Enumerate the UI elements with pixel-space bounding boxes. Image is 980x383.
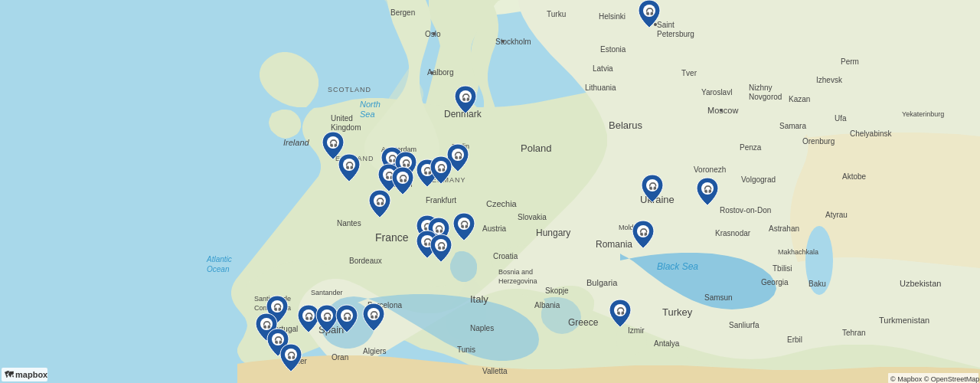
map-container: Ireland SCOTLAND United Kingdom ENGLAND … (0, 0, 980, 383)
svg-text:Sanliurfa: Sanliurfa (729, 321, 760, 329)
svg-text:🎧: 🎧 (639, 228, 648, 237)
svg-text:Astrahan: Astrahan (769, 224, 799, 233)
svg-text:Izmir: Izmir (628, 326, 645, 335)
svg-text:🎧: 🎧 (460, 220, 469, 229)
map-svg: Ireland SCOTLAND United Kingdom ENGLAND … (0, 0, 980, 383)
svg-text:Uzbekistan: Uzbekistan (900, 279, 941, 288)
svg-text:Turkey: Turkey (662, 306, 693, 318)
svg-text:Estonia: Estonia (600, 45, 626, 54)
svg-text:🎧: 🎧 (399, 174, 408, 183)
svg-text:Greece: Greece (568, 317, 599, 328)
svg-text:Tbilisi: Tbilisi (773, 264, 792, 273)
svg-text:🎧: 🎧 (287, 351, 296, 360)
svg-text:🎧: 🎧 (437, 241, 446, 250)
svg-text:Oran: Oran (332, 353, 348, 362)
svg-text:Atyrau: Atyrau (825, 211, 848, 219)
svg-point-11 (433, 32, 436, 35)
svg-text:Volgograd: Volgograd (741, 175, 776, 184)
svg-text:🎧: 🎧 (616, 306, 626, 316)
svg-text:Moscow: Moscow (707, 106, 738, 115)
svg-text:Romania: Romania (596, 239, 632, 250)
svg-text:Ocean: Ocean (207, 265, 230, 273)
svg-text:Krasnodar: Krasnodar (715, 229, 751, 237)
svg-text:Bulgaria: Bulgaria (586, 278, 618, 287)
svg-text:Naples: Naples (470, 324, 494, 332)
svg-text:Lithuania: Lithuania (585, 83, 616, 92)
svg-text:🎧: 🎧 (329, 139, 338, 148)
svg-text:Black Sea: Black Sea (657, 261, 698, 272)
svg-text:Novgorod: Novgorod (749, 93, 782, 101)
svg-text:Tunis: Tunis (457, 345, 475, 354)
svg-text:🎧: 🎧 (263, 320, 272, 329)
svg-text:🎧: 🎧 (323, 312, 332, 321)
svg-point-23 (430, 71, 433, 74)
svg-text:Makhachkala: Makhachkala (778, 248, 818, 256)
svg-text:Slovakia: Slovakia (518, 213, 547, 221)
svg-text:Aktobe: Aktobe (842, 172, 867, 181)
svg-text:Frankfurt: Frankfurt (426, 196, 456, 205)
svg-text:Skopje: Skopje (545, 286, 569, 295)
svg-text:Hungary: Hungary (536, 228, 570, 238)
svg-text:🎧: 🎧 (345, 161, 354, 170)
svg-text:Latvia: Latvia (593, 64, 613, 73)
svg-text:Saint: Saint (657, 21, 675, 29)
svg-text:North: North (360, 100, 381, 109)
svg-text:Penza: Penza (740, 143, 762, 152)
svg-text:Sea: Sea (360, 110, 375, 119)
svg-text:Samsun: Samsun (704, 293, 733, 302)
svg-text:United: United (331, 114, 353, 123)
svg-text:🎧: 🎧 (343, 312, 352, 321)
svg-text:Tehran: Tehran (842, 329, 866, 337)
svg-text:SCOTLAND: SCOTLAND (328, 86, 371, 93)
svg-text:Helsinki: Helsinki (599, 12, 626, 21)
svg-text:🎧: 🎧 (305, 312, 314, 321)
svg-text:Algiers: Algiers (363, 347, 387, 355)
svg-text:Nantes: Nantes (337, 219, 361, 228)
svg-text:Nizhny: Nizhny (749, 83, 773, 92)
svg-text:Georgia: Georgia (761, 278, 789, 286)
svg-text:Perm: Perm (841, 57, 859, 66)
svg-text:🎧: 🎧 (462, 93, 471, 102)
svg-text:Turkmenistan: Turkmenistan (879, 316, 929, 325)
svg-text:🎧: 🎧 (437, 163, 446, 172)
svg-text:Belarus: Belarus (609, 119, 643, 131)
svg-text:Orenburg: Orenburg (802, 137, 835, 146)
svg-text:Ufa: Ufa (835, 114, 847, 123)
svg-text:© Mapbox © OpenStreetMap: © Mapbox © OpenStreetMap (890, 375, 979, 383)
svg-text:Yekaterinburg: Yekaterinburg (902, 110, 944, 118)
svg-text:Bosnia and: Bosnia and (498, 268, 533, 276)
svg-text:🎧: 🎧 (645, 7, 655, 16)
svg-text:Erbil: Erbil (787, 336, 802, 344)
svg-text:Santander: Santander (311, 289, 343, 296)
svg-text:🗺 mapbox: 🗺 mapbox (5, 370, 48, 379)
svg-text:🎧: 🎧 (273, 303, 283, 312)
svg-text:Izhevsk: Izhevsk (816, 76, 843, 84)
svg-text:Chelyabinsk: Chelyabinsk (850, 129, 892, 138)
svg-point-18 (501, 40, 505, 43)
svg-text:Herzegovina: Herzegovina (498, 277, 537, 285)
svg-text:France: France (375, 231, 409, 244)
svg-text:Bordeaux: Bordeaux (349, 257, 382, 265)
svg-text:Baku: Baku (808, 280, 826, 288)
svg-text:🎧: 🎧 (648, 182, 658, 191)
svg-text:Kazan: Kazan (789, 95, 810, 103)
svg-text:Samara: Samara (779, 122, 806, 130)
svg-point-36 (720, 109, 723, 112)
svg-text:Albania: Albania (534, 301, 560, 309)
svg-text:🎧: 🎧 (704, 185, 713, 194)
svg-text:Valletta: Valletta (482, 367, 508, 375)
svg-text:Bergen: Bergen (390, 8, 415, 17)
svg-text:🎧: 🎧 (376, 197, 385, 206)
svg-text:Czechia: Czechia (486, 199, 518, 208)
svg-text:Austria: Austria (482, 224, 507, 233)
svg-text:🎧: 🎧 (402, 159, 411, 168)
svg-text:Croatia: Croatia (493, 252, 518, 260)
svg-text:Rostov-on-Don: Rostov-on-Don (720, 206, 771, 214)
svg-text:Italy: Italy (470, 293, 488, 305)
svg-text:Turku: Turku (547, 10, 566, 18)
svg-text:Poland: Poland (521, 142, 551, 154)
svg-text:🎧: 🎧 (435, 224, 444, 234)
svg-text:🎧: 🎧 (370, 310, 379, 319)
svg-text:Petersburg: Petersburg (657, 30, 694, 38)
svg-text:🎧: 🎧 (454, 151, 463, 160)
